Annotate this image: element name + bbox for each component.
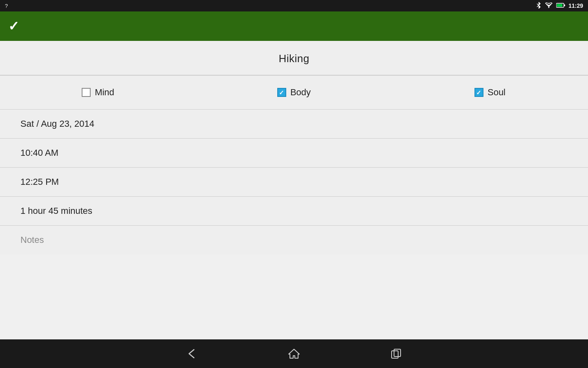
svg-rect-8	[394, 349, 401, 357]
body-label: Body	[290, 87, 311, 98]
back-button[interactable]	[186, 348, 198, 359]
svg-rect-7	[392, 351, 398, 358]
mind-category[interactable]: Mind	[0, 87, 196, 98]
notes-placeholder: Notes	[20, 235, 44, 245]
date-row[interactable]: Sat / Aug 23, 2014	[0, 110, 588, 139]
help-icon: ?	[5, 3, 8, 9]
date-value: Sat / Aug 23, 2014	[20, 119, 94, 129]
end-time-value: 12:25 PM	[20, 177, 59, 187]
action-bar: ✓	[0, 11, 588, 41]
body-checkbox[interactable]	[277, 88, 286, 97]
svg-rect-4	[564, 4, 565, 6]
svg-marker-6	[289, 349, 299, 358]
time-display: 11:29	[568, 2, 583, 9]
home-button[interactable]	[288, 348, 300, 360]
start-time-value: 10:40 AM	[20, 148, 58, 158]
categories-row: Mind Body Soul	[0, 76, 588, 109]
page-title: Hiking	[278, 52, 309, 65]
recents-button[interactable]	[390, 348, 402, 360]
mind-checkbox[interactable]	[82, 88, 91, 97]
svg-rect-5	[557, 4, 563, 7]
wifi-icon	[545, 2, 553, 9]
duration-value: 1 hour 45 minutes	[20, 206, 92, 216]
svg-line-1	[537, 5, 539, 7]
status-bar: ? 11:29	[0, 0, 588, 11]
soul-category[interactable]: Soul	[392, 87, 588, 98]
svg-line-0	[537, 4, 539, 5]
end-time-row[interactable]: 12:25 PM	[0, 168, 588, 197]
start-time-row[interactable]: 10:40 AM	[0, 139, 588, 168]
navigation-bar	[0, 339, 588, 368]
confirm-button[interactable]: ✓	[8, 20, 19, 33]
svg-point-2	[548, 7, 550, 8]
soul-label: Soul	[488, 87, 506, 98]
duration-row[interactable]: 1 hour 45 minutes	[0, 197, 588, 226]
mind-label: Mind	[95, 87, 114, 98]
soul-checkbox[interactable]	[474, 88, 483, 97]
bluetooth-icon	[536, 2, 541, 10]
page-header: Hiking	[0, 41, 588, 75]
battery-icon	[556, 2, 565, 9]
notes-row[interactable]: Notes	[0, 226, 588, 254]
body-category[interactable]: Body	[196, 87, 392, 98]
